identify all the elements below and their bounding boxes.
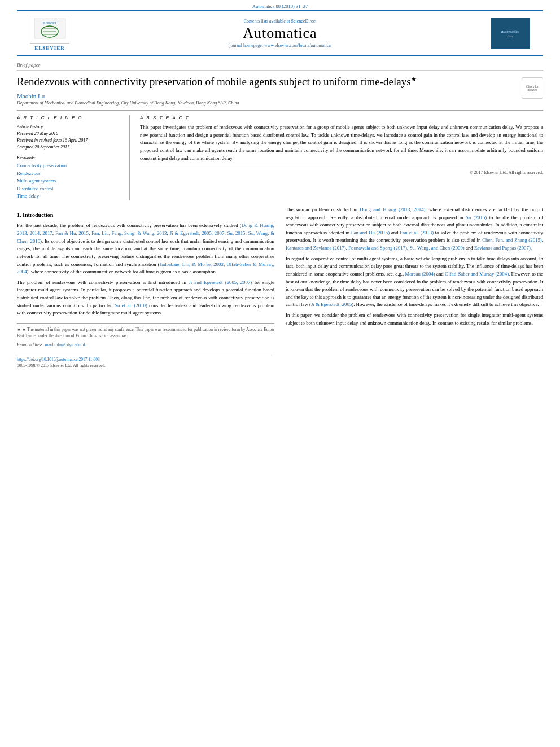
page: Automatica 88 (2018) 31–37 ELSEVIER ELSE… [0,0,560,747]
elsevier-text: ELSEVIER [34,45,65,51]
body-col-right: The similar problem is studied in Dong a… [286,206,543,369]
keyword-5[interactable]: Time-delay [17,193,123,200]
journal-ref: Automatica 88 (2018) 31–37 [252,3,308,9]
received-date: Received 28 May 2016 [17,130,123,137]
footnote-text: ★ ★ The material in this paper was not p… [17,326,274,339]
ref-ji-eger-2[interactable]: Ji and Egerstedt (2005, 2007) [189,279,252,285]
sciencedirect-link[interactable]: ScienceDirect [291,19,317,24]
automatica-logo-box: automatica IFAC [491,18,530,49]
keywords-title: Keywords: [17,155,123,160]
article-info-col: A R T I C L E I N F O Article history: R… [17,115,130,200]
contents-available: Contents lists available at ScienceDirec… [72,19,488,24]
automatica-logo-right: automatica IFAC [488,18,533,49]
ref-dong-huang-r[interactable]: Dong and Huang (2013, 2014) [360,207,425,212]
footnote-star: ★ [17,327,22,332]
article-title: Rendezvous with connectivity preservatio… [17,75,516,89]
abstract-col: A B S T R A C T This paper investigates … [140,115,543,200]
elsevier-svg-icon: ELSEVIER [32,18,68,43]
ref-ji-eger[interactable]: Ji & Egerstedt, 2005, 2007 [170,230,225,236]
doi-section: https://doi.org/10.1016/j.automatica.201… [17,353,274,369]
issn-text: 0005-1098/© 2017 Elsevier Ltd. All right… [17,362,274,369]
keyword-2[interactable]: Rendezvous [17,170,123,178]
right-para-2: In regard to cooperative control of mult… [286,255,543,309]
title-block: Rendezvous with connectivity preservatio… [17,75,516,110]
ref-kantaros[interactable]: Kantaros and Zavlanos (2017) [286,245,346,251]
ref-fan-et-al-r[interactable]: Fan et al. (2013) [400,230,434,235]
body-two-col: 1. Introduction For the past decade, the… [17,206,543,369]
intro-para-2: The problem of rendezvous with connectiv… [17,279,274,317]
article-info-abstract: A R T I C L E I N F O Article history: R… [17,110,543,200]
author-affiliation: Department of Mechanical and Biomedical … [17,101,516,106]
abstract-text: This paper investigates the problem of r… [140,124,543,162]
ref-chen-fan[interactable]: Chen, Fan, and Zhang (2015) [482,237,542,243]
journal-header-center: Contents lists available at ScienceDirec… [72,19,488,48]
check-for-updates-badge: Check for updates [522,77,543,99]
section-1-heading: 1. Introduction [17,211,274,220]
keyword-4[interactable]: Distributed control [17,185,123,193]
homepage-url[interactable]: www.elsevier.com/locate/automatica [264,43,331,48]
svg-text:ELSEVIER: ELSEVIER [42,21,56,25]
journal-header: ELSEVIER ELSEVIER Contents lists availab… [17,10,543,56]
footnote-section: ★ ★ The material in this paper was not p… [17,323,274,348]
keywords-section: Keywords: Connectivity preservation Rend… [17,155,123,200]
title-area: Rendezvous with connectivity preservatio… [17,75,543,110]
body-col-left: 1. Introduction For the past decade, the… [17,206,274,369]
ref-su-2015[interactable]: Su, 2015 [228,230,246,236]
author-name: Maobin Lu [17,93,516,99]
elsevier-logo-image: ELSEVIER [30,16,69,44]
ref-ji-eger-3[interactable]: Ji & Egerstedt, 2005 [311,302,352,307]
keyword-3[interactable]: Multi-agent systems [17,177,123,185]
keyword-1[interactable]: Connectivity preservation [17,162,123,170]
abstract-label: A B S T R A C T [140,115,543,120]
ref-su-wang-chen-r[interactable]: Su, Wang, and Chen (2009) [409,245,464,251]
article-history: Article history: Received 28 May 2016 Re… [17,124,123,151]
copyright-line: © 2017 Elsevier Ltd. All rights reserved… [140,167,543,175]
journal-title: Automatica [72,25,488,42]
right-para-1: The similar problem is studied in Dong a… [286,206,543,252]
ref-olfati-2[interactable]: Olfati-Saber and Murray (2004) [445,271,509,277]
ref-olfati[interactable]: Olfati-Saber & Murray, 2004 [17,261,274,275]
ref-zavlanos[interactable]: Zavlanos and Pappas (2007) [474,245,531,251]
revised-date: Received in revised form 16 April 2017 [17,137,123,144]
ref-su-et-al[interactable]: Su et al. (2010) [115,303,147,308]
article-type-label: Brief paper [17,62,543,71]
history-label: Article history: [17,124,123,130]
email-line: E-mail address: maobinlu@cityu.edu.hk. [17,342,274,348]
journal-homepage: journal homepage: www.elsevier.com/locat… [72,43,488,48]
journal-top-bar: Automatica 88 (2018) 31–37 [0,0,560,10]
ref-fan-hu-r[interactable]: Fan and Hu (2015) [351,230,390,235]
elsevier-logo-left: ELSEVIER ELSEVIER [27,16,72,51]
ref-fan-hu[interactable]: Fan & Hu, 2015 [55,230,89,236]
ref-su-2015-r[interactable]: Su (2015) [466,215,487,220]
intro-para-1: For the past decade, the problem of rend… [17,222,274,276]
title-star: ★ [411,76,417,82]
accepted-date: Accepted 20 September 2017 [17,144,123,151]
main-content: Brief paper Rendezvous with connectivity… [0,56,560,375]
ref-poonawala[interactable]: Poonawala and Spong (2017) [348,245,407,251]
email-link[interactable]: maobinlu@cityu.edu.hk. [45,342,87,347]
ref-moreau[interactable]: Moreau (2004) [405,271,435,277]
article-info-label: A R T I C L E I N F O [17,115,123,120]
ref-jadbabaie[interactable]: Jadbabaie, Lin, & Morse, 2003 [160,261,224,267]
ref-fan-liu[interactable]: Fan, Liu, Feng, Song, & Wang, 2013 [91,230,167,236]
right-para-3: In this paper, we consider the problem o… [286,312,543,327]
doi-link[interactable]: https://doi.org/10.1016/j.automatica.201… [17,357,100,362]
